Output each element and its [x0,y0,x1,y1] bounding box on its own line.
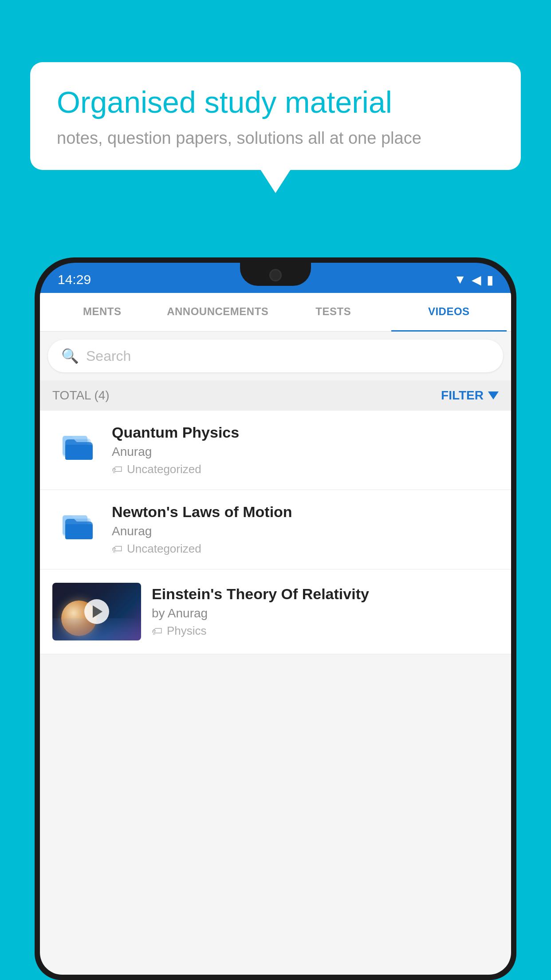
speech-bubble: Organised study material notes, question… [30,62,521,170]
list-item[interactable]: Einstein's Theory Of Relativity by Anura… [40,569,511,654]
folder-icon-2 [59,506,94,541]
search-bar[interactable]: 🔍 Search [48,340,503,372]
list-item[interactable]: Quantum Physics Anurag 🏷 Uncategorized [40,411,511,490]
video-tag-3: 🏷 Physics [152,624,499,638]
video-title-2: Newton's Laws of Motion [112,503,499,521]
tag-icon-3: 🏷 [152,625,162,637]
filter-label: FILTER [441,388,484,403]
video-info: Quantum Physics Anurag 🏷 Uncategorized [112,424,499,476]
video-info-3: Einstein's Theory Of Relativity by Anura… [152,585,499,638]
tag-icon: 🏷 [112,463,122,476]
search-placeholder: Search [86,348,131,364]
status-time: 14:29 [58,272,91,287]
tag-label-2: Uncategorized [127,542,201,556]
status-icons: ▼ ◀ ▮ [454,273,493,287]
play-icon [93,605,102,618]
phone-inner: 14:29 ▼ ◀ ▮ ← Physics Batch 12 IIT JEE P… [40,263,511,975]
filter-button[interactable]: FILTER [441,388,499,403]
video-list: Quantum Physics Anurag 🏷 Uncategorized [40,411,511,654]
video-title: Quantum Physics [112,424,499,441]
tab-tests[interactable]: TESTS [276,293,391,332]
search-icon: 🔍 [61,348,79,364]
front-camera [269,269,282,281]
tabs-bar: MENTS ANNOUNCEMENTS TESTS VIDEOS [40,293,511,332]
play-button[interactable] [84,599,109,624]
video-thumbnail [52,583,141,640]
svg-rect-2 [65,445,93,460]
folder-icon-container [52,424,101,464]
video-info-2: Newton's Laws of Motion Anurag 🏷 Uncateg… [112,503,499,556]
tab-ments[interactable]: MENTS [44,293,160,332]
filter-icon [488,391,499,399]
video-tag: 🏷 Uncategorized [112,462,499,476]
video-title-3: Einstein's Theory Of Relativity [152,585,499,603]
filter-bar: TOTAL (4) FILTER [40,380,511,411]
bubble-title: Organised study material [57,84,494,121]
tab-announcements[interactable]: ANNOUNCEMENTS [160,293,276,332]
svg-rect-5 [65,524,93,539]
speech-bubble-container: Organised study material notes, question… [30,62,521,170]
tag-icon-2: 🏷 [112,543,122,555]
phone-frame: 14:29 ▼ ◀ ▮ ← Physics Batch 12 IIT JEE P… [35,257,516,980]
tab-videos[interactable]: VIDEOS [391,293,507,332]
video-author: Anurag [112,445,499,459]
video-author-3: by Anurag [152,606,499,620]
wifi-icon: ▼ [454,273,466,287]
video-tag-2: 🏷 Uncategorized [112,542,499,556]
phone-screen: MENTS ANNOUNCEMENTS TESTS VIDEOS 🔍 Searc… [40,293,511,975]
total-label: TOTAL (4) [52,388,110,403]
folder-icon [59,426,94,462]
bubble-subtitle: notes, question papers, solutions all at… [57,129,494,148]
list-item[interactable]: Newton's Laws of Motion Anurag 🏷 Uncateg… [40,490,511,569]
folder-icon-container-2 [52,503,101,543]
signal-icon: ◀ [472,273,481,287]
battery-icon: ▮ [487,273,493,287]
video-author-2: Anurag [112,524,499,538]
tag-label-3: Physics [167,624,207,638]
tag-label: Uncategorized [127,462,201,476]
phone-notch [240,263,311,286]
